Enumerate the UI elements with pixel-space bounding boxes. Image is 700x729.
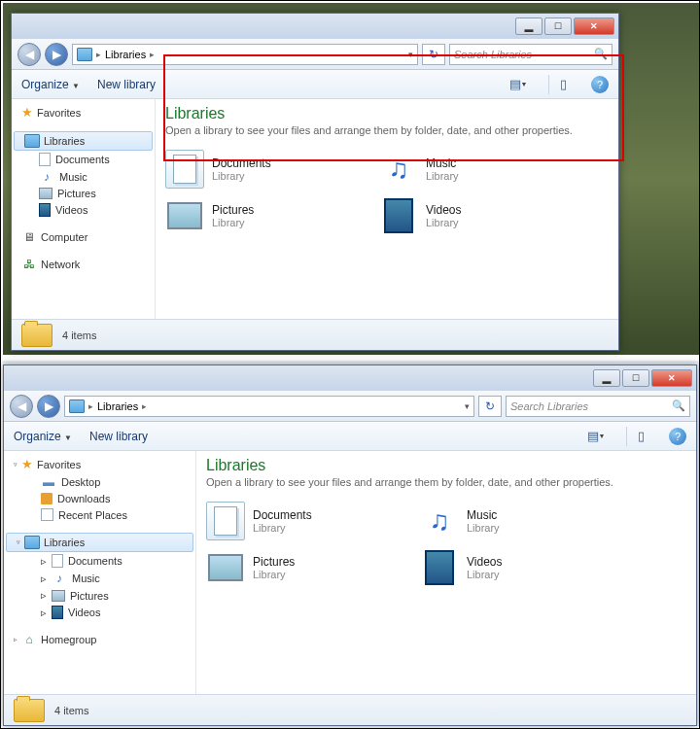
address-bar[interactable]: ▸ Libraries ▸ ▾ [72,44,418,65]
library-item-documents[interactable]: DocumentsLibrary [165,150,340,189]
library-item-videos[interactable]: VideosLibrary [379,196,554,235]
help-button[interactable]: ? [669,428,686,445]
libraries-group[interactable]: ▿Libraries [6,533,193,552]
sidebar-item-documents[interactable]: Documents [12,151,155,168]
pictures-icon [39,188,52,199]
library-item-pictures[interactable]: PicturesLibrary [206,548,381,587]
expand-icon[interactable]: ▹ [41,555,47,568]
organize-menu[interactable]: Organize ▼ [21,78,80,91]
pictures-icon [165,196,204,235]
expand-icon[interactable]: ▹ [41,573,47,585]
pictures-icon [206,548,245,587]
recent-icon [41,508,53,521]
new-library-button[interactable]: New library [97,78,156,91]
library-item-pictures[interactable]: PicturesLibrary [165,196,340,235]
forward-button[interactable]: ▶ [45,43,68,66]
content-pane: Libraries Open a library to see your fil… [196,451,696,694]
organize-menu[interactable]: Organize ▼ [14,430,72,443]
expand-icon[interactable]: ▹ [41,607,47,619]
computer-icon: 🖥 [21,230,37,244]
collapse-icon[interactable]: ▿ [14,461,18,469]
expand-icon[interactable]: ▹ [41,589,47,602]
sidebar-item-pictures[interactable]: ▹Pictures [4,587,195,604]
libraries-group[interactable]: Libraries [14,131,153,151]
breadcrumb[interactable]: Libraries [105,49,146,60]
homegroup-icon: ⌂ [21,633,37,646]
sidebar-item-downloads[interactable]: Downloads [4,491,195,506]
network-group[interactable]: 🖧Network [12,256,155,273]
view-options-button[interactable]: ▤▼ [583,427,609,446]
address-dropdown-icon[interactable]: ▾ [465,401,470,411]
titlebar[interactable] [4,365,696,391]
explorer-window-1: ◀ ▶ ▸ Libraries ▸ ▾ ↻ Search Libraries 🔍… [11,13,619,351]
back-button[interactable]: ◀ [18,43,41,66]
music-icon: ♪ [52,572,67,585]
music-icon: ♫ [379,150,418,189]
expand-icon[interactable]: ▹ [14,636,18,643]
libraries-icon [77,48,92,61]
homegroup-group[interactable]: ▹⌂Homegroup [4,631,195,648]
page-title: Libraries [165,105,609,122]
sidebar-item-videos[interactable]: Videos [12,201,155,219]
address-bar[interactable]: ▸ Libraries ▸ ▾ [64,396,474,417]
library-item-music[interactable]: ♫MusicLibrary [379,150,554,189]
libraries-icon [24,536,40,549]
page-title: Libraries [206,457,686,474]
minimize-button[interactable] [593,369,620,387]
help-button[interactable]: ? [591,76,609,93]
back-button[interactable]: ◀ [10,395,33,418]
search-icon: 🔍 [594,48,608,60]
preview-pane-button[interactable]: ▯ [548,75,574,94]
collapse-icon[interactable]: ▿ [17,538,20,546]
navigation-pane: ★Favorites Libraries Documents ♪Music Pi… [12,99,156,319]
minimize-button[interactable] [515,17,542,35]
music-icon: ♪ [39,170,54,184]
sidebar-item-recent[interactable]: Recent Places [4,506,195,523]
pictures-icon [52,590,65,602]
page-subtitle: Open a library to see your files and arr… [206,476,686,488]
status-text: 4 items [54,705,88,716]
nav-toolbar: ◀ ▶ ▸ Libraries ▸ ▾ ↻ Search Libraries 🔍 [4,391,696,422]
breadcrumb-chevron-icon: ▸ [96,50,101,59]
breadcrumb-chevron-icon[interactable]: ▸ [150,50,155,59]
close-button[interactable] [651,369,692,387]
maximize-button[interactable] [544,17,572,35]
sidebar-item-music[interactable]: ▹♪Music [4,570,195,587]
refresh-button[interactable]: ↻ [478,396,502,417]
page-subtitle: Open a library to see your files and arr… [165,124,609,136]
sidebar-item-desktop[interactable]: ▬Desktop [4,473,195,491]
favorites-group[interactable]: ★Favorites [12,103,155,122]
sidebar-item-videos[interactable]: ▹Videos [4,604,195,621]
close-button[interactable] [574,17,614,35]
star-icon: ★ [21,105,33,120]
search-icon: 🔍 [672,399,685,412]
refresh-button[interactable]: ↻ [422,44,445,65]
search-input[interactable]: Search Libraries 🔍 [449,44,612,65]
computer-group[interactable]: 🖥Computer [12,228,155,246]
breadcrumb-chevron-icon[interactable]: ▸ [142,401,147,411]
explorer-window-2: ◀ ▶ ▸ Libraries ▸ ▾ ↻ Search Libraries 🔍… [3,364,697,726]
libraries-icon [24,134,40,148]
maximize-button[interactable] [622,369,649,387]
titlebar[interactable] [12,14,618,39]
preview-pane-button[interactable]: ▯ [626,427,651,446]
favorites-group[interactable]: ▿★Favorites [4,455,195,473]
address-dropdown-icon[interactable]: ▾ [408,50,413,59]
folder-icon [14,699,45,722]
status-text: 4 items [62,330,96,341]
videos-icon [379,196,418,235]
forward-button[interactable]: ▶ [37,395,60,418]
library-item-music[interactable]: ♫MusicLibrary [420,502,595,540]
breadcrumb[interactable]: Libraries [97,400,138,412]
library-item-documents[interactable]: DocumentsLibrary [206,502,381,540]
view-options-button[interactable]: ▤▼ [506,75,531,94]
sidebar-item-pictures[interactable]: Pictures [12,186,155,201]
sidebar-item-music[interactable]: ♪Music [12,168,155,186]
sidebar-item-documents[interactable]: ▹Documents [4,552,195,570]
videos-icon [52,606,63,619]
search-input[interactable]: Search Libraries 🔍 [506,396,690,417]
library-item-videos[interactable]: VideosLibrary [420,548,595,587]
documents-icon [206,502,245,540]
document-icon [52,554,63,568]
new-library-button[interactable]: New library [89,430,148,443]
